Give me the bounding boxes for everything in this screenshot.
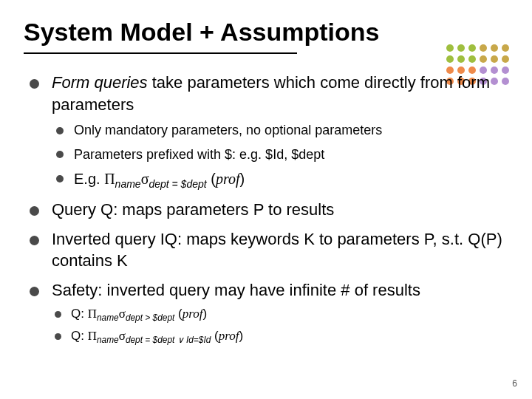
safety-q2: Q: Πnameσdept = $dept ∨ Id=$Id (prof) [52,328,508,346]
q2-sigma-sub: dept = $dept ∨ Id=$Id [126,335,211,346]
pi-symbol: Π [104,171,115,187]
bullet-safety: Safety: inverted query may have infinite… [24,279,508,347]
bullet-query-q: Query Q: maps parameters P to results [24,199,508,221]
dot-icon [502,55,509,63]
title-rule [24,52,297,54]
sub-prefixed: Parameters prefixed with $: e.g. $Id, $d… [52,146,508,163]
prof-arg: prof [216,171,240,187]
dot-icon [446,44,454,52]
slide: System Model + Assumptions Form queries … [0,0,532,399]
pi-subscript: name [115,178,141,190]
safety-q1: Q: Πnameσdept > $dept (prof) [52,306,508,324]
dot-icon [480,55,487,63]
eg-prefix: E.g. [74,171,104,187]
sigma-symbol: σ [141,171,149,187]
form-queries-sublist: Only mandatory parameters, no optional p… [52,121,508,191]
bullet-form-queries: Form queries take parameters which come … [24,72,508,191]
bullet-inverted-query: Inverted query IQ: maps keywords K to pa… [24,228,508,272]
q2-pi-sub: name [97,335,119,346]
paren-close: ) [239,171,245,187]
q2-sigma: σ [119,329,126,343]
q2-paren-open: ( [211,329,218,343]
dot-icon [468,44,476,52]
dot-icon [446,55,454,63]
dot-icon [480,44,487,52]
slide-title: System Model + Assumptions [24,18,508,47]
q1-sigma-sub: dept > $dept [126,313,174,323]
safety-text: Safety: inverted query may have infinite… [52,281,420,299]
q1-sigma: σ [119,307,126,321]
q1-pi-sub: name [97,313,119,323]
title-rule-row [24,52,508,54]
dot-icon [491,55,498,63]
q2-prof: prof [219,329,239,343]
sigma-subscript: dept = $dept [149,178,206,190]
dot-icon [491,44,498,52]
form-queries-lead-italic: Form queries [52,73,148,92]
sub-example-formula: E.g. Πnameσdept = $dept (prof) [52,169,508,191]
sub-mandatory: Only mandatory parameters, no optional p… [52,121,508,139]
dot-icon [468,55,476,63]
q2-pi: Π [88,329,97,343]
content-body: Form queries take parameters which come … [24,72,508,347]
dot-icon [502,44,509,52]
dot-icon [457,55,465,63]
q2-prefix: Q: [71,329,88,343]
q1-prefix: Q: [71,307,88,321]
q2-paren-close: ) [239,329,243,343]
page-number: 6 [512,378,517,389]
q1-pi: Π [88,307,97,321]
q1-paren-open: ( [174,307,182,321]
paren-open: ( [207,171,216,187]
q1-paren-close: ) [202,307,207,321]
safety-sublist: Q: Πnameσdept > $dept (prof) Q: Πnameσde… [52,306,508,347]
bullet-list-top: Form queries take parameters which come … [24,72,508,347]
dot-icon [457,44,465,52]
q1-prof: prof [183,307,203,321]
